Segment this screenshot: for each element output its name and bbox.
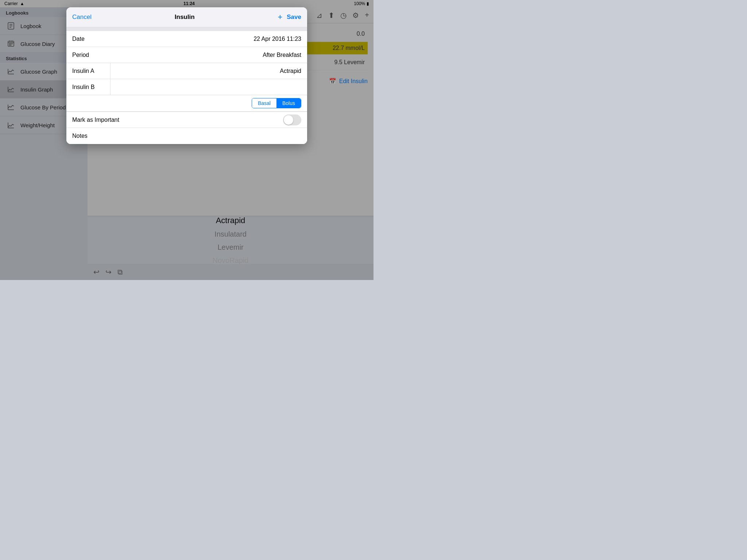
insulin-a-divider: [110, 63, 111, 79]
modal-header: Cancel Insulin + Save: [66, 7, 307, 27]
basal-bolus-segmented[interactable]: Basal Bolus: [252, 98, 301, 108]
insulin-modal: Cancel Insulin + Save Date 22 Apr 2016 1…: [66, 7, 307, 144]
bolus-segment[interactable]: Bolus: [276, 98, 301, 108]
modal-date-row[interactable]: Date 22 Apr 2016 11:23: [66, 31, 307, 47]
modal-save-button[interactable]: Save: [287, 13, 301, 21]
insulin-a-value: Actrapid: [280, 68, 301, 74]
notes-label: Notes: [72, 133, 116, 139]
basal-segment[interactable]: Basal: [252, 98, 276, 108]
modal-title: Insulin: [175, 13, 195, 21]
modal-insulin-a-row[interactable]: Insulin A Actrapid: [66, 63, 307, 79]
modal-notes-row[interactable]: Notes: [66, 128, 307, 144]
period-label: Period: [72, 52, 116, 58]
date-value: 22 Apr 2016 11:23: [253, 36, 301, 42]
date-label: Date: [72, 36, 116, 42]
insulin-b-label: Insulin B: [72, 84, 116, 90]
toggle-knob: [284, 115, 293, 125]
modal-cancel-button[interactable]: Cancel: [72, 13, 92, 21]
insulin-a-label: Insulin A: [72, 68, 116, 74]
modal-gray-bar: [66, 27, 307, 31]
segmented-row: Basal Bolus: [66, 95, 307, 112]
modal-body: Date 22 Apr 2016 11:23 Period After Brea…: [66, 31, 307, 144]
modal-add-button[interactable]: +: [278, 12, 282, 22]
modal-insulin-b-row[interactable]: Insulin B: [66, 79, 307, 95]
insulin-b-divider: [110, 79, 111, 95]
important-toggle[interactable]: [283, 114, 301, 125]
period-value: After Breakfast: [263, 52, 301, 58]
important-label: Mark as Important: [72, 117, 119, 123]
modal-period-row[interactable]: Period After Breakfast: [66, 47, 307, 63]
modal-header-right: + Save: [278, 12, 301, 22]
modal-important-row[interactable]: Mark as Important: [66, 112, 307, 128]
